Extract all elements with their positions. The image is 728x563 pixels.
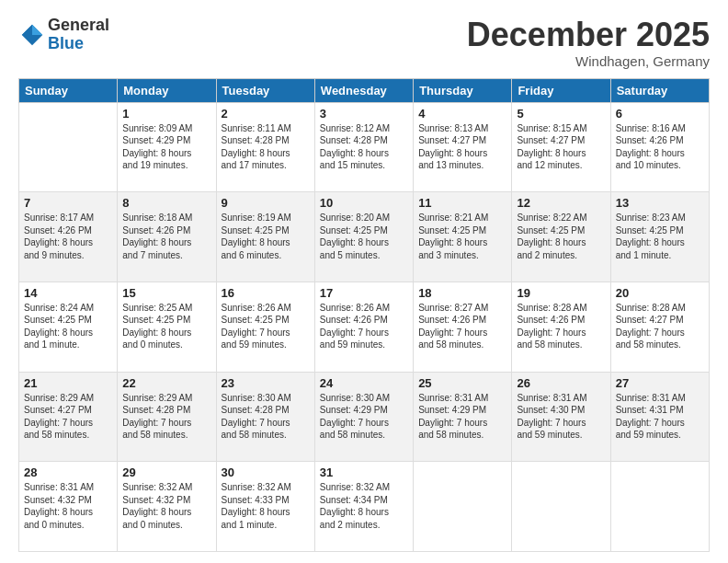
cell-info: Sunrise: 8:26 AMSunset: 4:26 PMDaylight:… <box>320 302 408 351</box>
calendar-cell: 20Sunrise: 8:28 AMSunset: 4:27 PMDayligh… <box>610 282 709 372</box>
calendar-cell: 7Sunrise: 8:17 AMSunset: 4:26 PMDaylight… <box>19 192 118 282</box>
calendar-cell: 28Sunrise: 8:31 AMSunset: 4:32 PMDayligh… <box>19 462 118 552</box>
day-header-tuesday: Tuesday <box>216 78 314 102</box>
day-number: 19 <box>517 286 605 300</box>
cell-info: Sunrise: 8:25 AMSunset: 4:25 PMDaylight:… <box>122 302 210 351</box>
calendar-cell: 4Sunrise: 8:13 AMSunset: 4:27 PMDaylight… <box>414 102 512 192</box>
page: General Blue December 2025 Windhagen, Ge… <box>0 0 728 563</box>
day-header-friday: Friday <box>512 78 610 102</box>
calendar-cell: 25Sunrise: 8:31 AMSunset: 4:29 PMDayligh… <box>414 372 512 462</box>
day-number: 16 <box>222 286 310 300</box>
day-number: 24 <box>320 376 408 390</box>
logo-text: General Blue <box>48 17 109 53</box>
calendar-cell: 15Sunrise: 8:25 AMSunset: 4:25 PMDayligh… <box>118 282 216 372</box>
day-number: 12 <box>517 196 605 210</box>
day-number: 29 <box>122 465 210 479</box>
calendar-cell <box>610 462 709 552</box>
svg-marker-2 <box>22 25 32 35</box>
calendar-cell: 5Sunrise: 8:15 AMSunset: 4:27 PMDaylight… <box>512 102 610 192</box>
calendar-cell: 31Sunrise: 8:32 AMSunset: 4:34 PMDayligh… <box>314 462 413 552</box>
calendar-cell: 10Sunrise: 8:20 AMSunset: 4:25 PMDayligh… <box>314 192 413 282</box>
cell-info: Sunrise: 8:12 AMSunset: 4:28 PMDaylight:… <box>320 122 408 172</box>
calendar-cell <box>512 462 610 552</box>
day-number: 8 <box>122 196 210 210</box>
calendar-cell: 1Sunrise: 8:09 AMSunset: 4:29 PMDaylight… <box>118 102 216 192</box>
cell-info: Sunrise: 8:24 AMSunset: 4:25 PMDaylight:… <box>24 302 112 351</box>
calendar-week-row: 14Sunrise: 8:24 AMSunset: 4:25 PMDayligh… <box>19 282 710 372</box>
day-number: 26 <box>517 376 605 390</box>
cell-info: Sunrise: 8:26 AMSunset: 4:25 PMDaylight:… <box>222 302 310 351</box>
day-number: 7 <box>24 196 112 210</box>
header: General Blue December 2025 Windhagen, Ge… <box>18 17 710 69</box>
cell-info: Sunrise: 8:30 AMSunset: 4:28 PMDaylight:… <box>222 392 310 442</box>
day-number: 22 <box>122 376 210 390</box>
calendar-cell: 24Sunrise: 8:30 AMSunset: 4:29 PMDayligh… <box>314 372 413 462</box>
logo-blue-text: Blue <box>48 35 109 53</box>
day-header-wednesday: Wednesday <box>314 78 413 102</box>
cell-info: Sunrise: 8:27 AMSunset: 4:26 PMDaylight:… <box>418 302 506 351</box>
title-block: December 2025 Windhagen, Germany <box>467 17 710 69</box>
cell-info: Sunrise: 8:29 AMSunset: 4:28 PMDaylight:… <box>122 392 210 442</box>
day-number: 14 <box>24 286 112 300</box>
day-header-monday: Monday <box>118 78 216 102</box>
cell-info: Sunrise: 8:31 AMSunset: 4:31 PMDaylight:… <box>616 392 704 442</box>
cell-info: Sunrise: 8:23 AMSunset: 4:25 PMDaylight:… <box>616 212 704 261</box>
day-number: 30 <box>222 465 310 479</box>
day-number: 20 <box>616 286 704 300</box>
month-title: December 2025 <box>467 17 710 53</box>
location: Windhagen, Germany <box>467 53 710 69</box>
calendar-cell: 18Sunrise: 8:27 AMSunset: 4:26 PMDayligh… <box>414 282 512 372</box>
cell-info: Sunrise: 8:32 AMSunset: 4:32 PMDaylight:… <box>122 481 210 531</box>
calendar-cell: 22Sunrise: 8:29 AMSunset: 4:28 PMDayligh… <box>118 372 216 462</box>
calendar-cell <box>414 462 512 552</box>
cell-info: Sunrise: 8:19 AMSunset: 4:25 PMDaylight:… <box>222 212 310 261</box>
cell-info: Sunrise: 8:31 AMSunset: 4:32 PMDaylight:… <box>24 481 112 531</box>
calendar-cell: 21Sunrise: 8:29 AMSunset: 4:27 PMDayligh… <box>19 372 118 462</box>
calendar-cell: 29Sunrise: 8:32 AMSunset: 4:32 PMDayligh… <box>118 462 216 552</box>
calendar-table: SundayMondayTuesdayWednesdayThursdayFrid… <box>18 78 710 552</box>
calendar-cell: 14Sunrise: 8:24 AMSunset: 4:25 PMDayligh… <box>19 282 118 372</box>
calendar-header-row: SundayMondayTuesdayWednesdayThursdayFrid… <box>19 78 710 102</box>
day-number: 9 <box>222 196 310 210</box>
cell-info: Sunrise: 8:18 AMSunset: 4:26 PMDaylight:… <box>122 212 210 261</box>
cell-info: Sunrise: 8:22 AMSunset: 4:25 PMDaylight:… <box>517 212 605 261</box>
day-number: 31 <box>320 465 408 479</box>
day-number: 1 <box>122 107 210 121</box>
cell-info: Sunrise: 8:32 AMSunset: 4:34 PMDaylight:… <box>320 481 408 531</box>
calendar-cell: 12Sunrise: 8:22 AMSunset: 4:25 PMDayligh… <box>512 192 610 282</box>
calendar-week-row: 1Sunrise: 8:09 AMSunset: 4:29 PMDaylight… <box>19 102 710 192</box>
day-number: 25 <box>418 376 506 390</box>
day-header-sunday: Sunday <box>19 78 118 102</box>
day-number: 18 <box>418 286 506 300</box>
day-number: 11 <box>418 196 506 210</box>
cell-info: Sunrise: 8:09 AMSunset: 4:29 PMDaylight:… <box>122 122 210 172</box>
day-number: 27 <box>616 376 704 390</box>
logo: General Blue <box>18 17 109 53</box>
calendar-cell: 6Sunrise: 8:16 AMSunset: 4:26 PMDaylight… <box>610 102 709 192</box>
day-number: 28 <box>24 465 112 479</box>
day-number: 5 <box>517 107 605 121</box>
cell-info: Sunrise: 8:15 AMSunset: 4:27 PMDaylight:… <box>517 122 605 172</box>
cell-info: Sunrise: 8:28 AMSunset: 4:26 PMDaylight:… <box>517 302 605 351</box>
calendar-cell: 8Sunrise: 8:18 AMSunset: 4:26 PMDaylight… <box>118 192 216 282</box>
cell-info: Sunrise: 8:13 AMSunset: 4:27 PMDaylight:… <box>418 122 506 172</box>
cell-info: Sunrise: 8:30 AMSunset: 4:29 PMDaylight:… <box>320 392 408 442</box>
calendar-cell <box>19 102 118 192</box>
logo-general-text: General <box>48 17 109 35</box>
day-number: 13 <box>616 196 704 210</box>
calendar-cell: 9Sunrise: 8:19 AMSunset: 4:25 PMDaylight… <box>216 192 314 282</box>
cell-info: Sunrise: 8:31 AMSunset: 4:30 PMDaylight:… <box>517 392 605 442</box>
calendar-cell: 23Sunrise: 8:30 AMSunset: 4:28 PMDayligh… <box>216 372 314 462</box>
day-number: 2 <box>222 107 310 121</box>
cell-info: Sunrise: 8:11 AMSunset: 4:28 PMDaylight:… <box>222 122 310 172</box>
calendar-cell: 26Sunrise: 8:31 AMSunset: 4:30 PMDayligh… <box>512 372 610 462</box>
cell-info: Sunrise: 8:29 AMSunset: 4:27 PMDaylight:… <box>24 392 112 442</box>
calendar-cell: 19Sunrise: 8:28 AMSunset: 4:26 PMDayligh… <box>512 282 610 372</box>
day-number: 23 <box>222 376 310 390</box>
calendar-cell: 2Sunrise: 8:11 AMSunset: 4:28 PMDaylight… <box>216 102 314 192</box>
calendar-cell: 17Sunrise: 8:26 AMSunset: 4:26 PMDayligh… <box>314 282 413 372</box>
calendar-cell: 3Sunrise: 8:12 AMSunset: 4:28 PMDaylight… <box>314 102 413 192</box>
cell-info: Sunrise: 8:20 AMSunset: 4:25 PMDaylight:… <box>320 212 408 261</box>
calendar-cell: 11Sunrise: 8:21 AMSunset: 4:25 PMDayligh… <box>414 192 512 282</box>
day-number: 10 <box>320 196 408 210</box>
